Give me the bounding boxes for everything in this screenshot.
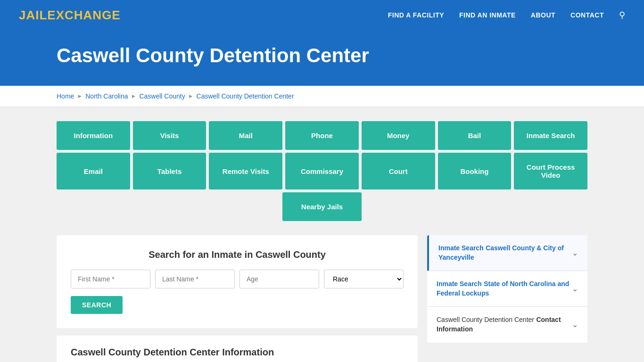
- info-title: Caswell County Detention Center Informat…: [71, 347, 404, 358]
- sidebar-item-title-1: Inmate Search: [438, 244, 484, 252]
- btn-booking[interactable]: Booking: [438, 153, 512, 189]
- button-grid-row3: Nearby Jails: [57, 192, 587, 221]
- btn-mail[interactable]: Mail: [209, 121, 282, 150]
- logo-jail: JAIL: [19, 8, 47, 22]
- sidebar-item-3: Caswell County Detention Center Contact …: [427, 307, 587, 342]
- btn-information[interactable]: Information: [57, 121, 130, 150]
- btn-bail[interactable]: Bail: [438, 121, 512, 150]
- sidebar-item-title-2: Inmate Search: [437, 280, 482, 288]
- btn-email[interactable]: Email: [57, 153, 130, 189]
- nav-find-facility[interactable]: FIND A FACILITY: [388, 11, 444, 19]
- btn-inmate-search[interactable]: Inmate Search: [514, 121, 587, 150]
- content-area: Search for an Inmate in Caswell County R…: [57, 235, 587, 362]
- breadcrumb-sep-3: ►: [188, 93, 194, 99]
- age-input[interactable]: [239, 270, 319, 288]
- sidebar-item-header-2[interactable]: Inmate Search State of North Carolina an…: [427, 271, 587, 306]
- main-nav: FIND A FACILITY FIND AN INMATE ABOUT CON…: [388, 10, 625, 20]
- left-column: Search for an Inmate in Caswell County R…: [57, 235, 418, 362]
- search-button[interactable]: SEARCH: [71, 296, 123, 314]
- sidebar: Inmate Search Caswell County & City of Y…: [427, 235, 587, 362]
- hero-section: Caswell County Detention Center: [0, 30, 644, 86]
- nav-find-inmate[interactable]: FIND AN INMATE: [459, 11, 516, 19]
- btn-money[interactable]: Money: [362, 121, 435, 150]
- search-form: Race White Black Hispanic Asian Other: [71, 270, 404, 288]
- breadcrumb-bar: Home ► North Carolina ► Caswell County ►…: [0, 86, 644, 107]
- search-icon[interactable]: ⚲: [619, 10, 625, 20]
- breadcrumb-caswell[interactable]: Caswell County: [139, 92, 185, 100]
- breadcrumb: Home ► North Carolina ► Caswell County ►…: [57, 92, 587, 100]
- search-card: Search for an Inmate in Caswell County R…: [57, 235, 418, 328]
- btn-phone[interactable]: Phone: [285, 121, 359, 150]
- btn-court-process-video[interactable]: Court Process Video: [514, 153, 587, 189]
- breadcrumb-current: Caswell County Detention Center: [197, 92, 294, 100]
- breadcrumb-sep-2: ►: [131, 93, 137, 99]
- race-select[interactable]: Race White Black Hispanic Asian Other: [324, 270, 404, 288]
- sidebar-item-header-3[interactable]: Caswell County Detention Center Contact …: [427, 307, 587, 342]
- sidebar-item-1: Inmate Search Caswell County & City of Y…: [427, 235, 587, 271]
- chevron-icon-2: ⌄: [572, 284, 578, 293]
- chevron-icon-3: ⌄: [572, 320, 578, 329]
- btn-remote-visits[interactable]: Remote Visits: [209, 153, 282, 189]
- breadcrumb-home[interactable]: Home: [57, 92, 74, 100]
- nav-about[interactable]: ABOUT: [531, 11, 555, 19]
- sidebar-item-header-1[interactable]: Inmate Search Caswell County & City of Y…: [427, 235, 587, 271]
- nav-contact[interactable]: CONTACT: [570, 11, 604, 19]
- button-grid-row2: Email Tablets Remote Visits Commissary C…: [57, 153, 587, 189]
- btn-tablets[interactable]: Tablets: [133, 153, 206, 189]
- chevron-icon-1: ⌄: [572, 248, 578, 257]
- button-grid-row1: Information Visits Mail Phone Money Bail…: [57, 121, 587, 150]
- breadcrumb-sep-1: ►: [77, 93, 83, 99]
- logo-exchange: EXCHANGE: [47, 8, 120, 22]
- logo[interactable]: JAILEXCHANGE: [19, 8, 121, 23]
- info-section: Caswell County Detention Center Informat…: [57, 336, 418, 362]
- first-name-input[interactable]: [71, 270, 150, 288]
- header: JAILEXCHANGE FIND A FACILITY FIND AN INM…: [0, 0, 644, 30]
- btn-visits[interactable]: Visits: [133, 121, 206, 150]
- btn-commissary[interactable]: Commissary: [285, 153, 359, 189]
- page-title: Caswell County Detention Center: [57, 44, 587, 67]
- btn-nearby-jails[interactable]: Nearby Jails: [282, 192, 362, 221]
- last-name-input[interactable]: [155, 270, 235, 288]
- search-title: Search for an Inmate in Caswell County: [71, 249, 404, 260]
- sidebar-item-2: Inmate Search State of North Carolina an…: [427, 271, 587, 307]
- main-content: Information Visits Mail Phone Money Bail…: [0, 107, 644, 362]
- sidebar-item-title-3: Caswell County Detention Center: [437, 316, 534, 323]
- btn-court[interactable]: Court: [362, 153, 435, 189]
- breadcrumb-nc[interactable]: North Carolina: [85, 92, 128, 100]
- sidebar-card: Inmate Search Caswell County & City of Y…: [427, 235, 587, 343]
